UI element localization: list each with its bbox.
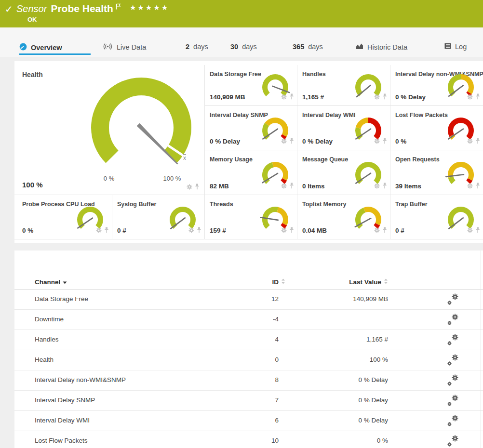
tab-2-days[interactable]: 2 days	[186, 43, 208, 51]
gauge-min-label: 0 %	[94, 175, 123, 182]
table-row[interactable]: Interval Delay WMI 6 0 % Delay	[14, 411, 483, 431]
gauge-cell: Data Storage Free140,909 MB	[205, 65, 297, 106]
pin-icon[interactable]	[289, 93, 294, 102]
table-row[interactable]: Handles 4 1,165 #	[14, 330, 483, 350]
table-row[interactable]: Data Storage Free 12 140,909 MB	[14, 290, 483, 310]
tab-overview[interactable]: Overview	[19, 43, 62, 52]
channel-last-value: 140,909 MB	[304, 295, 388, 303]
gauge-title: Toplist Memory	[302, 201, 346, 208]
pin-icon[interactable]	[195, 183, 200, 192]
pin-icon[interactable]	[475, 137, 480, 146]
gear-icon[interactable]	[281, 226, 287, 235]
channel-settings-icon[interactable]	[447, 415, 461, 426]
pin-icon[interactable]	[382, 226, 387, 235]
tab-historic-data-label: Historic Data	[367, 43, 407, 51]
area-chart-icon	[355, 43, 363, 51]
channel-last-value: 0 %	[304, 437, 388, 444]
channel-name[interactable]: Downtime	[35, 316, 64, 323]
pin-icon[interactable]	[382, 93, 387, 102]
channel-name[interactable]: Lost Flow Packets	[35, 437, 88, 444]
column-header-last-value[interactable]: Last Value	[304, 278, 388, 286]
table-row[interactable]: Lost Flow Packets 10 0 %	[14, 431, 483, 448]
gear-icon[interactable]	[374, 226, 380, 235]
gauge-cell: Interval Delay WMI0 % Delay	[297, 106, 390, 150]
pin-icon[interactable]	[104, 226, 109, 235]
gear-icon[interactable]	[281, 137, 287, 146]
gauge-title: Syslog Buffer	[117, 201, 156, 208]
pin-icon[interactable]	[475, 182, 480, 191]
pin-icon[interactable]	[289, 137, 294, 146]
column-header-channel[interactable]: Channel	[35, 278, 67, 286]
active-tab-underline	[19, 53, 91, 55]
gauge-value: 0 % Delay	[395, 93, 426, 101]
pin-icon[interactable]	[475, 226, 480, 235]
sort-arrows-icon	[384, 278, 388, 286]
tab-live-data[interactable]: Live Data	[103, 43, 146, 52]
channel-settings-icon[interactable]	[447, 374, 461, 386]
gauge-cell: Threads159 #	[205, 195, 297, 239]
health-gauge-cell: Health 0 % 100 % 100 % x	[14, 65, 205, 195]
gear-icon[interactable]	[188, 226, 194, 235]
pin-icon[interactable]	[197, 226, 201, 235]
channel-settings-icon[interactable]	[447, 354, 461, 366]
gear-icon[interactable]	[187, 183, 192, 192]
gear-icon[interactable]	[374, 93, 380, 102]
tab-log-label: Log	[455, 43, 467, 51]
gauge-value: 100 %	[22, 181, 43, 189]
tab-30-days[interactable]: 30 days	[230, 43, 257, 51]
channel-settings-icon[interactable]	[447, 334, 461, 345]
channel-id: 6	[207, 417, 279, 424]
priority-stars[interactable]: ★★★★★	[130, 3, 169, 12]
tab-bar: Overview Live Data 2 days 30 days 365 da…	[0, 27, 483, 57]
gauge-max-label: 100 %	[158, 175, 187, 182]
channel-name[interactable]: Interval Delay SNMP	[35, 396, 95, 404]
pin-icon[interactable]	[382, 137, 387, 146]
table-row[interactable]: Interval Delay non-WMI&SNMP 8 0 % Delay	[14, 370, 483, 391]
channel-id: 10	[207, 437, 279, 444]
gear-icon[interactable]	[467, 137, 473, 146]
tab-historic-data[interactable]: Historic Data	[355, 43, 407, 51]
pin-icon[interactable]	[382, 182, 387, 191]
table-header: Channel ID Last Value	[14, 250, 483, 290]
gear-icon[interactable]	[374, 182, 380, 191]
channel-id: 8	[207, 376, 279, 383]
gauge-title: Threads	[210, 201, 233, 208]
gear-icon[interactable]	[467, 93, 473, 102]
table-row[interactable]: Interval Delay SNMP 7 0 % Delay	[14, 391, 483, 411]
table-row[interactable]: Health 0 100 %	[14, 350, 483, 370]
gear-icon[interactable]	[281, 93, 287, 102]
channel-name[interactable]: Health	[35, 356, 54, 363]
channel-settings-icon[interactable]	[447, 395, 461, 406]
gauge-cell: Handles1,165 #	[297, 65, 390, 106]
pin-icon[interactable]	[289, 182, 294, 191]
list-icon	[444, 43, 451, 51]
gear-icon[interactable]	[467, 182, 473, 191]
table-row[interactable]: Downtime -4	[14, 310, 483, 330]
column-header-id[interactable]: ID	[207, 278, 285, 286]
checkmark-icon: ✓	[5, 3, 13, 15]
channel-last-value: 100 %	[304, 356, 388, 363]
tab-log[interactable]: Log	[444, 43, 467, 51]
gauge-title: Trap Buffer	[395, 201, 428, 208]
flag-icon[interactable]	[116, 3, 121, 12]
broadcast-icon	[103, 43, 113, 52]
channel-name[interactable]: Handles	[35, 336, 59, 343]
tab-30-days-unit: days	[242, 43, 257, 51]
gear-icon[interactable]	[467, 226, 473, 235]
pin-icon[interactable]	[475, 93, 480, 102]
pin-icon[interactable]	[289, 226, 294, 235]
gear-icon[interactable]	[96, 226, 102, 235]
gauge-cell: Lost Flow Packets0 %	[390, 106, 483, 150]
channel-name[interactable]: Interval Delay WMI	[35, 417, 90, 424]
gauge-cell: Memory Usage82 MB	[205, 150, 297, 195]
channel-settings-icon[interactable]	[447, 314, 461, 325]
gauge-cell: Interval Delay non-WMI&SNMP0 % Delay	[390, 65, 483, 106]
channel-settings-icon[interactable]	[447, 293, 461, 305]
channel-name[interactable]: Interval Delay non-WMI&SNMP	[35, 376, 126, 383]
gear-icon[interactable]	[281, 182, 287, 191]
gear-icon[interactable]	[374, 137, 380, 146]
channel-settings-icon[interactable]	[447, 435, 461, 447]
channel-name[interactable]: Data Storage Free	[35, 295, 88, 303]
gauge-cell: Syslog Buffer0 #	[112, 195, 205, 239]
tab-365-days[interactable]: 365 days	[293, 43, 323, 51]
